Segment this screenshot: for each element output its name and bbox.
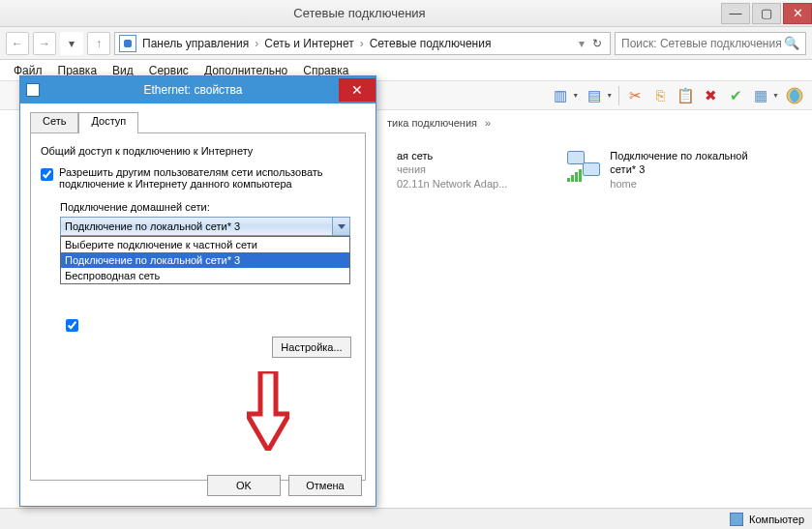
tab-access[interactable]: Доступ: [78, 112, 138, 133]
search-input[interactable]: [621, 37, 784, 50]
maximize-button[interactable]: ▢: [752, 3, 781, 24]
preview-icon[interactable]: ▤: [585, 86, 604, 105]
main-titlebar: Сетевые подключения — ▢ ✕: [0, 0, 812, 27]
shell-icon[interactable]: [785, 86, 804, 105]
ethernet-properties-dialog: Ethernet: свойства ✕ Сеть Доступ Общий д…: [19, 75, 376, 507]
ok-button[interactable]: OK: [207, 475, 281, 496]
allow-sharing-checkbox[interactable]: [41, 168, 53, 181]
delete-icon[interactable]: ✖: [701, 86, 720, 105]
tab-strip: Сеть Доступ: [30, 111, 366, 132]
section-label: Общий доступ к подключению к Интернету: [41, 145, 355, 157]
combo-arrow-icon[interactable]: [332, 218, 349, 235]
dropdown-option-placeholder[interactable]: Выберите подключение к частной сети: [61, 237, 349, 252]
dropdown-option-lan3[interactable]: Подключение по локальной сети* 3: [61, 252, 349, 268]
command-bar-partial: тика подключения »: [387, 110, 812, 135]
status-label: Компьютер: [749, 514, 804, 525]
home-network-label: Подключение домашней сети:: [60, 201, 355, 213]
back-button[interactable]: ←: [6, 32, 29, 55]
conn-title: Подключение по локальной сети* 3: [610, 149, 755, 177]
breadcrumb-seg-2[interactable]: Сетевые подключения: [368, 37, 494, 50]
connection-item-wireless[interactable]: ая сеть чения 02.11n Network Adap...: [397, 149, 507, 191]
close-button[interactable]: ✕: [783, 3, 812, 24]
conn-adapter: 02.11n Network Adap...: [397, 177, 507, 191]
window-title: Сетевые подключения: [0, 6, 719, 20]
properties-icon[interactable]: ▦: [751, 86, 770, 105]
paste-icon[interactable]: 📋: [676, 86, 695, 105]
refresh-icon[interactable]: ↻: [588, 37, 606, 50]
breadcrumb-seg-1[interactable]: Сеть и Интернет: [262, 37, 355, 50]
chevron-right-icon: ›: [251, 37, 262, 50]
copy-icon[interactable]: ⎘: [650, 86, 670, 105]
chevron-icon[interactable]: »: [485, 117, 491, 129]
recent-dropdown-icon[interactable]: ▾: [60, 32, 83, 55]
dialog-close-button[interactable]: ✕: [339, 78, 376, 102]
search-icon[interactable]: 🔍: [784, 36, 799, 50]
dialog-titlebar[interactable]: Ethernet: свойства ✕: [20, 76, 376, 103]
connection-item-lan3[interactable]: Подключение по локальной сети* 3 home: [565, 149, 755, 191]
cut-icon[interactable]: ✂: [625, 86, 645, 105]
lan-icon: [565, 149, 602, 182]
status-bar: Компьютер: [0, 508, 812, 529]
tab-panel-access: Общий доступ к подключению к Интернету Р…: [30, 132, 366, 481]
tab-network[interactable]: Сеть: [30, 112, 78, 133]
home-network-combo[interactable]: Подключение по локальной сети* 3: [60, 217, 350, 236]
home-network-dropdown[interactable]: Выберите подключение к частной сети Подк…: [60, 236, 350, 284]
annotation-arrow: [247, 371, 289, 451]
dialog-title: Ethernet: свойства: [47, 83, 339, 97]
chevron-right-icon: ›: [356, 37, 368, 50]
conn-title: ая сеть: [397, 149, 507, 162]
breadcrumb-seg-0[interactable]: Панель управления: [140, 37, 251, 50]
navigation-bar: ← → ▾ ↑ Панель управления › Сеть и Интер…: [0, 27, 812, 60]
combo-value: Подключение по локальной сети* 3: [65, 220, 240, 232]
breadcrumb[interactable]: Панель управления › Сеть и Интернет › Се…: [114, 32, 611, 55]
search-box[interactable]: 🔍: [615, 32, 806, 55]
computer-icon: [730, 513, 743, 526]
conn-sub: home: [610, 177, 755, 191]
location-icon: [119, 35, 136, 52]
dialog-icon: [26, 83, 40, 97]
conn-status: чения: [397, 162, 507, 176]
forward-button[interactable]: →: [33, 32, 56, 55]
configure-button[interactable]: Настройка...: [272, 337, 351, 358]
check-icon[interactable]: ✔: [726, 86, 745, 105]
layout-icon[interactable]: ▥: [551, 86, 570, 105]
breadcrumb-dropdown-icon[interactable]: ▾: [575, 37, 588, 50]
up-button[interactable]: ↑: [87, 32, 110, 55]
minimize-button[interactable]: —: [721, 3, 750, 24]
allow-sharing-label: Разрешить другим пользователям сети испо…: [59, 166, 355, 190]
cancel-button[interactable]: Отмена: [288, 475, 362, 496]
allow-control-checkbox[interactable]: [66, 319, 78, 332]
diagnose-label[interactable]: тика подключения: [387, 117, 477, 129]
dropdown-option-wireless[interactable]: Беспроводная сеть: [61, 268, 349, 283]
